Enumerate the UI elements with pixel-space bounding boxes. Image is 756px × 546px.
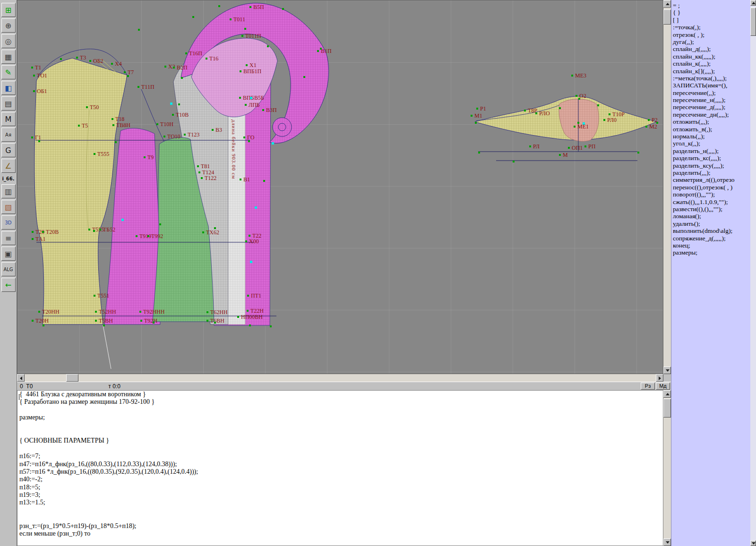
editor-line: рзн_т:=(рз_19*0.5+п19)-(рз_18*0.5+п18); [17, 522, 663, 530]
alg-button[interactable]: ALG [1, 262, 16, 276]
command-item[interactable]: размеры; [671, 249, 750, 256]
command-item[interactable]: сплайн_к(,,,,); [671, 60, 750, 67]
vscroll-thumb[interactable] [663, 9, 671, 25]
window-vscrollbar[interactable] [750, 0, 756, 546]
command-item[interactable]: сопряжение_д(,,,,,); [671, 235, 750, 242]
editor-line: { ОСНОВНЫЕ ПАРАМЕТРЫ } [17, 437, 663, 444]
command-item[interactable]: { } [671, 9, 750, 16]
zoom-button[interactable]: ⊕ [1, 18, 16, 33]
point-label: ТВ8Н [116, 122, 130, 129]
command-item[interactable]: конец; [671, 242, 750, 249]
point-marker [214, 322, 216, 324]
photo-button[interactable]: ▧ [1, 200, 16, 214]
point-marker [136, 235, 137, 237]
command-item[interactable]: пересечение_н(,,,,); [671, 96, 750, 103]
scroll-up-icon[interactable] [663, 0, 671, 8]
grid-button[interactable]: ▦ [1, 50, 16, 64]
point-marker [577, 122, 579, 124]
new-window-button[interactable]: ⊞ [1, 3, 16, 17]
point-label: ВПБ1П [243, 68, 261, 75]
command-item[interactable]: симметрия_л((),отрезо [671, 176, 750, 183]
command-item[interactable]: выполнить(dmod\alg); [671, 227, 750, 234]
g-button[interactable]: G [1, 143, 16, 157]
editor-scroll-up-icon[interactable] [663, 390, 671, 398]
editor-line [17, 406, 663, 414]
editor-vscroll-thumb[interactable] [663, 399, 671, 418]
command-item[interactable]: [ ] [671, 17, 750, 24]
command-item[interactable]: сплайн_к[](,,,,); [671, 68, 750, 75]
command-item[interactable]: :=метка(точка(,),,,,); [671, 75, 750, 82]
command-item[interactable]: разделить_н(,,,,); [671, 147, 750, 154]
point-marker [648, 119, 650, 121]
editor-vscrollbar[interactable] [663, 390, 671, 546]
drawing-canvas[interactable]: длина бейки 903.00 см В5ПТ011Т011ПТ16ПТ1… [17, 0, 663, 374]
window-scroll-up-icon[interactable] [750, 0, 756, 6]
command-item[interactable]: дуга(,,); [671, 38, 750, 45]
notes-button[interactable]: ▤ [1, 96, 16, 111]
point-marker [206, 311, 208, 313]
letters-button[interactable]: Ая [1, 128, 16, 142]
point-marker [112, 118, 113, 120]
window-scroll-down-icon[interactable] [750, 540, 756, 546]
point-marker [584, 145, 586, 147]
editor-scroll-down-icon[interactable] [663, 538, 671, 546]
point-label: Т10Н [160, 121, 173, 128]
command-item[interactable]: сплайн_кк(,,,,,); [671, 53, 750, 60]
command-item[interactable]: разделить(,,,); [671, 169, 750, 176]
window-vscroll-thumb[interactable] [750, 8, 756, 36]
point-label: Т92Н [144, 317, 157, 324]
table-button[interactable]: ▥ [1, 184, 16, 198]
selected-point-marker [583, 122, 585, 125]
command-item[interactable]: пересечение(,,); [671, 89, 750, 96]
command-item[interactable]: отложить_в(,); [671, 126, 750, 133]
layers-button[interactable]: ≡ [1, 231, 16, 245]
command-list: = ;{ }[ ]:=точка(,);отрезок( , );дуга(,,… [671, 2, 750, 256]
point-marker [237, 316, 239, 318]
point-marker [247, 310, 249, 312]
command-item[interactable]: отрезок( , ); [671, 31, 750, 38]
command-item[interactable]: удалить(); [671, 220, 750, 227]
command-item[interactable]: = ; [671, 2, 750, 9]
measure-m-button[interactable]: М [1, 112, 16, 126]
command-item[interactable]: ЗАПИСАТЬ(имя=(), [671, 82, 750, 89]
pen-button[interactable]: ✎ [1, 65, 16, 79]
command-item[interactable]: ломаная(); [671, 213, 750, 220]
command-item[interactable]: разделить_кс(,,,,); [671, 154, 750, 162]
command-item[interactable]: пересечение_д(,,,,); [671, 103, 750, 111]
canvas-hscrollbar[interactable] [17, 374, 663, 382]
ruler-button[interactable]: ∠ [1, 159, 16, 173]
scroll-left-icon[interactable] [17, 374, 25, 382]
print-button[interactable]: ▣ [1, 247, 16, 261]
command-item[interactable]: поворот((),,,""); [671, 191, 750, 198]
point-label: Т20НН [42, 308, 60, 316]
point-label: Т1 [35, 64, 41, 71]
hscroll-thumb[interactable] [66, 374, 78, 382]
rz-button[interactable]: Рз [641, 383, 655, 390]
mirror-button[interactable]: ◧ [1, 81, 16, 95]
scroll-down-icon[interactable] [663, 367, 671, 374]
command-item[interactable]: сплайн_д(,,,,); [671, 45, 750, 52]
command-item[interactable]: перенос((),отрезок( , ) [671, 184, 750, 191]
view3d-button[interactable]: 3D [1, 215, 16, 230]
command-item[interactable]: разделить_ксу(,,,,); [671, 162, 750, 169]
point-marker [89, 60, 91, 62]
point-marker [212, 129, 214, 131]
command-item[interactable]: угол_к(,,); [671, 140, 750, 147]
canvas-vscrollbar[interactable] [663, 0, 671, 374]
program-editor[interactable]: { 4461 Блузка с декоративным воротником … [17, 390, 663, 546]
command-item[interactable]: сжать((),,,1.1,0.9,""); [671, 198, 750, 205]
md-button[interactable]: Мд [656, 383, 670, 390]
command-item[interactable]: развести((),(),,,""); [671, 205, 750, 213]
point-marker [124, 71, 126, 73]
command-item[interactable]: нормаль(,,); [671, 133, 750, 140]
lens-button[interactable]: ◎ [1, 34, 16, 48]
point-marker [197, 165, 199, 167]
back-button[interactable]: ← [1, 278, 16, 292]
command-item[interactable]: пересечение_дн(,,,,); [671, 111, 750, 118]
scroll-right-icon[interactable] [656, 374, 663, 382]
command-item[interactable]: :=точка(,); [671, 24, 750, 31]
point-marker [185, 52, 187, 54]
point-marker [42, 231, 44, 233]
command-item[interactable]: отложить(,,,); [671, 118, 750, 125]
point-label: Т5 [82, 122, 88, 129]
